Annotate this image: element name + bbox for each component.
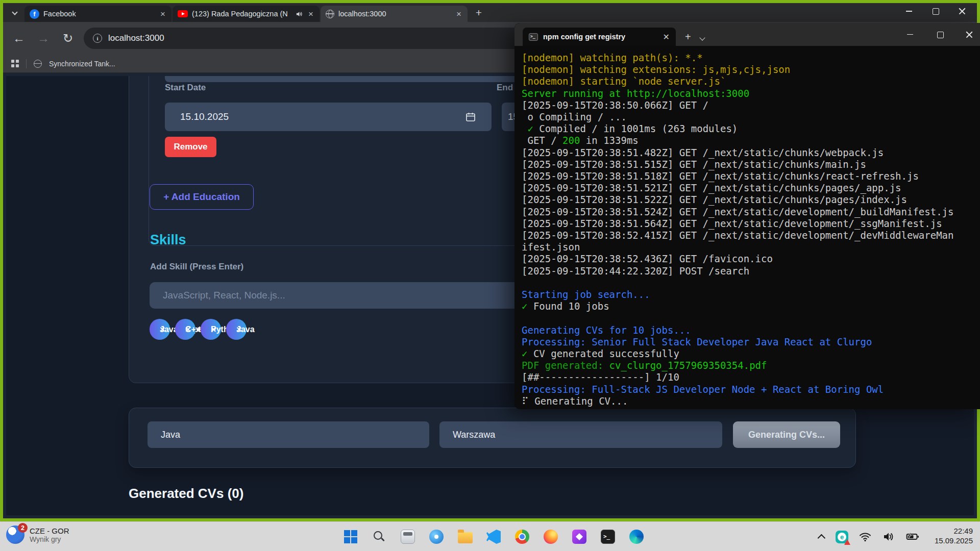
- clock-date: 15.09.2025: [935, 536, 973, 545]
- taskbar-search-icon[interactable]: [369, 526, 390, 547]
- remove-tag-icon[interactable]: ×: [236, 325, 242, 334]
- volume-icon[interactable]: [882, 531, 895, 543]
- add-education-button[interactable]: + Add Education: [150, 184, 254, 210]
- terminal-tab-close-icon[interactable]: ✕: [659, 32, 670, 42]
- terminal-line: GET / 200 in 1339ms: [522, 135, 973, 146]
- teams-glyph: [429, 530, 444, 544]
- new-tab-button[interactable]: +: [472, 6, 486, 20]
- taskbar-app-window-icon[interactable]: [397, 526, 419, 547]
- taskbar-clock[interactable]: 22:49 15.09.2025: [935, 526, 973, 545]
- generated-cvs-heading: Generated CVs (0): [129, 486, 243, 502]
- apps-grid-icon[interactable]: [11, 60, 19, 67]
- terminal-line: [2025-09-15T20:38:51.522Z] GET /_next/st…: [522, 194, 973, 206]
- forward-icon[interactable]: →: [35, 31, 52, 45]
- generate-cvs-button[interactable]: Generating CVs...: [733, 421, 840, 448]
- wifi-icon[interactable]: [859, 531, 872, 543]
- taskbar-widget[interactable]: 2 CZE - GOR Wynik gry: [6, 525, 69, 544]
- remove-tag-icon[interactable]: ×: [160, 325, 165, 334]
- skill-tag-python[interactable]: Python ×: [201, 319, 221, 340]
- hidden-icons-chevron-icon[interactable]: [818, 534, 826, 542]
- terminal-line: [522, 312, 973, 324]
- calendar-icon[interactable]: [465, 112, 476, 122]
- taskbar-purple-app-icon[interactable]: [569, 526, 590, 547]
- tab-facebook[interactable]: f Facebook ×: [24, 6, 172, 22]
- terminal-line: ✓ Compiled / in 1001ms (263 modules): [522, 123, 973, 135]
- terminal-line: [2025-09-15T20:38:51.482Z] GET /_next/st…: [522, 147, 973, 159]
- vscode-glyph: [486, 530, 501, 544]
- taskbar: 2 CZE - GOR Wynik gry 22:49 15: [0, 521, 980, 551]
- job-location-input[interactable]: [439, 421, 722, 448]
- file-explorer-glyph: [458, 532, 473, 543]
- tab-youtube[interactable]: (123) Rada Pedagogiczna (N ×: [173, 6, 320, 22]
- widget-title: CZE - GOR: [30, 527, 69, 535]
- terminal-line: [nodemon] starting `node server.js`: [522, 76, 973, 87]
- reload-icon[interactable]: ↻: [59, 31, 77, 45]
- clock-time: 22:49: [935, 526, 973, 536]
- close-icon[interactable]: [959, 8, 966, 15]
- site-info-icon[interactable]: i: [93, 34, 102, 43]
- tab-close-icon[interactable]: ×: [307, 10, 314, 18]
- taskbar-start-icon[interactable]: [340, 526, 361, 547]
- terminal-line: [##------------------] 1/10: [522, 371, 973, 383]
- start-glyph: [344, 530, 358, 544]
- terminal-dropdown-chevron-icon[interactable]: [699, 35, 705, 40]
- tab-close-icon[interactable]: ×: [455, 10, 462, 18]
- taskbar-terminal-icon[interactable]: [597, 526, 619, 547]
- taskbar-edge-icon[interactable]: [626, 526, 647, 547]
- youtube-icon: [178, 10, 188, 17]
- taskbar-teams-icon[interactable]: [426, 526, 447, 547]
- terminal-line: [2025-09-15T20:38:52.415Z] GET /_next/st…: [522, 230, 973, 241]
- job-keyword-input[interactable]: [148, 421, 429, 448]
- terminal-line: [522, 277, 973, 289]
- remove-tag-icon[interactable]: ×: [185, 325, 191, 334]
- remove-tag-icon[interactable]: ×: [211, 325, 216, 334]
- tab-localhost[interactable]: localhost:3000 ×: [321, 6, 468, 22]
- skill-tag-java[interactable]: Java ×: [226, 319, 247, 340]
- terminal-tab-title: npm config get registry: [543, 33, 654, 41]
- terminal-line: Processing: Senior Full Stack Developer …: [522, 336, 973, 348]
- minimize-icon[interactable]: [906, 31, 914, 38]
- terminal-line: Starting job search...: [522, 289, 973, 300]
- terminal-line: [2025-09-15T20:38:51.524Z] GET /_next/st…: [522, 206, 973, 218]
- start-date-input[interactable]: [165, 103, 492, 131]
- terminal-window: npm config get registry ✕ + [nodemon] wa…: [514, 23, 980, 409]
- terminal-output[interactable]: [nodemon] watching path(s): *.*[nodemon]…: [514, 46, 980, 409]
- tab-close-icon[interactable]: ×: [159, 10, 166, 18]
- tab-title: (123) Rada Pedagogiczna (N: [192, 10, 291, 18]
- facebook-icon: f: [30, 9, 39, 19]
- chevron-down-icon: [12, 9, 17, 15]
- maximize-icon[interactable]: [932, 8, 939, 15]
- terminal-titlebar[interactable]: npm config get registry ✕ +: [514, 23, 980, 46]
- taskbar-file-explorer-icon[interactable]: [454, 526, 476, 547]
- battery-charging-icon[interactable]: [905, 531, 920, 543]
- bookmark-item[interactable]: Synchronized Tank...: [49, 60, 115, 68]
- skills-heading: Skills: [150, 232, 186, 248]
- audio-speaker-icon[interactable]: [296, 10, 303, 18]
- remove-education-button[interactable]: Remove: [165, 137, 216, 157]
- tab-search-button[interactable]: [8, 6, 21, 19]
- close-icon[interactable]: [966, 31, 973, 38]
- widget-subtitle: Wynik gry: [30, 535, 69, 543]
- terminal-line: o Compiling / ...: [522, 111, 973, 123]
- taskbar-vscode-icon[interactable]: [483, 526, 504, 547]
- terminal-app-icon: [529, 33, 538, 41]
- url-text: localhost:3000: [108, 33, 164, 43]
- system-tray: [820, 522, 920, 551]
- terminal-new-tab-button[interactable]: +: [685, 31, 691, 43]
- minimize-icon[interactable]: [905, 8, 913, 15]
- add-skill-label: Add Skill (Press Enter): [150, 262, 243, 272]
- terminal-line: [2025-09-15T20:38:50.066Z] GET /: [522, 99, 973, 111]
- back-icon[interactable]: ←: [10, 31, 28, 45]
- terminal-line: Generating CVs for 10 jobs...: [522, 324, 973, 336]
- eset-antivirus-icon[interactable]: [836, 531, 848, 543]
- terminal-line: Server running at http://localhost:3000: [522, 88, 973, 99]
- terminal-line: [nodemon] watching path(s): *.*: [522, 52, 973, 64]
- skill-tag-javascript[interactable]: JavaScript ×: [150, 319, 170, 340]
- terminal-tab[interactable]: npm config get registry ✕: [523, 28, 676, 46]
- taskbar-chrome-icon[interactable]: [511, 526, 533, 547]
- maximize-icon[interactable]: [936, 31, 943, 38]
- taskbar-firefox-icon[interactable]: [540, 526, 561, 547]
- skill-tag-cpp[interactable]: C++ ×: [175, 319, 195, 340]
- terminal-line: [2025-09-15T20:38:51.515Z] GET /_next/st…: [522, 159, 973, 170]
- firefox-glyph: [544, 530, 558, 544]
